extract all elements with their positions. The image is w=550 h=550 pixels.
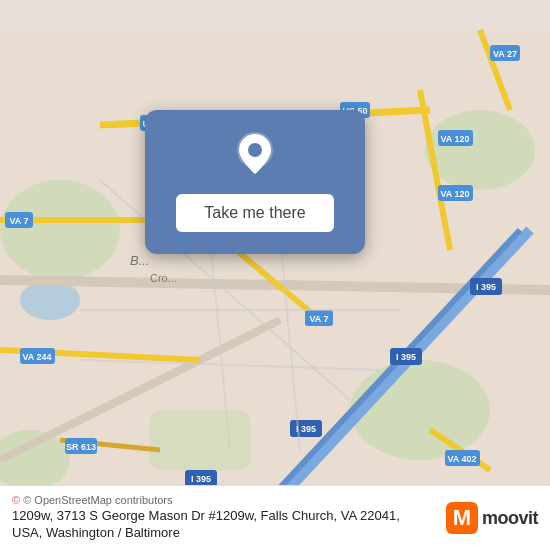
svg-text:VA 7: VA 7 <box>309 314 328 324</box>
svg-rect-5 <box>150 410 250 470</box>
svg-point-1 <box>0 180 120 280</box>
svg-text:I 395: I 395 <box>476 282 496 292</box>
map-container: VA 7 VA 7 US 50 US 50 VA 120 VA 120 VA 2… <box>0 0 550 550</box>
bottom-info: © © OpenStreetMap contributors 1209w, 37… <box>12 494 402 542</box>
svg-text:VA 27: VA 27 <box>493 49 517 59</box>
svg-text:Cro...: Cro... <box>150 272 177 284</box>
location-pin-icon <box>229 128 281 180</box>
address-text: 1209w, 3713 S George Mason Dr #1209w, Fa… <box>12 508 402 542</box>
svg-text:B...: B... <box>130 253 150 268</box>
bottom-bar: © © OpenStreetMap contributors 1209w, 37… <box>0 485 550 550</box>
osm-credit: © © OpenStreetMap contributors <box>12 494 402 506</box>
svg-text:VA 7: VA 7 <box>9 216 28 226</box>
take-me-there-button[interactable]: Take me there <box>176 194 333 232</box>
moovit-m-icon: M <box>446 502 478 534</box>
svg-point-3 <box>350 360 490 460</box>
osm-credit-text: © OpenStreetMap contributors <box>23 494 172 506</box>
svg-point-2 <box>425 110 535 190</box>
svg-text:VA 402: VA 402 <box>447 454 476 464</box>
svg-text:I 395: I 395 <box>396 352 416 362</box>
svg-point-55 <box>248 143 262 157</box>
svg-text:VA 120: VA 120 <box>440 189 469 199</box>
moovit-logo: M moovit <box>446 502 538 534</box>
svg-text:SR 613: SR 613 <box>66 442 96 452</box>
moovit-brand-text: moovit <box>482 508 538 529</box>
map-background: VA 7 VA 7 US 50 US 50 VA 120 VA 120 VA 2… <box>0 0 550 550</box>
location-popup: Take me there <box>145 110 365 254</box>
svg-text:VA 244: VA 244 <box>22 352 51 362</box>
osm-copyright-symbol: © <box>12 494 20 506</box>
svg-text:VA 120: VA 120 <box>440 134 469 144</box>
svg-text:I 395: I 395 <box>191 474 211 484</box>
